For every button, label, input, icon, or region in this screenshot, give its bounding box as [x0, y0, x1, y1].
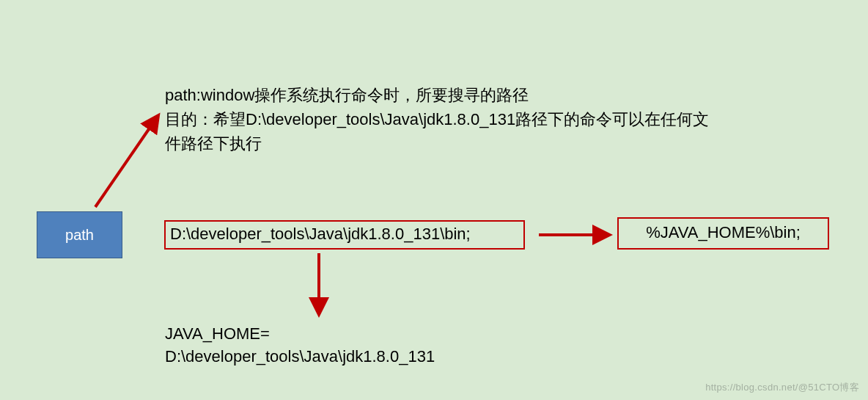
- path-description-line1: path:window操作系统执行命令时，所要搜寻的路径: [165, 83, 722, 107]
- java-home-line1: JAVA_HOME=: [165, 323, 435, 346]
- path-variable-box: path: [37, 211, 122, 258]
- path-description-line2: 目的：希望D:\developer_tools\Java\jdk1.8.0_13…: [165, 107, 722, 156]
- java-home-line2: D:\developer_tools\Java\jdk1.8.0_131: [165, 346, 435, 368]
- java-home-definition: JAVA_HOME= D:\developer_tools\Java\jdk1.…: [165, 323, 435, 368]
- env-path-value: %JAVA_HOME%\bin;: [646, 223, 801, 241]
- path-variable-label: path: [65, 227, 94, 244]
- full-path-value: D:\developer_tools\Java\jdk1.8.0_131\bin…: [170, 225, 471, 243]
- env-path-box: %JAVA_HOME%\bin;: [617, 217, 829, 250]
- path-description: path:window操作系统执行命令时，所要搜寻的路径 目的：希望D:\dev…: [165, 83, 722, 156]
- arrow-up-icon: [95, 117, 157, 207]
- full-path-box: D:\developer_tools\Java\jdk1.8.0_131\bin…: [164, 220, 525, 250]
- watermark-text: https://blog.csdn.net/@51CTO博客: [705, 381, 859, 394]
